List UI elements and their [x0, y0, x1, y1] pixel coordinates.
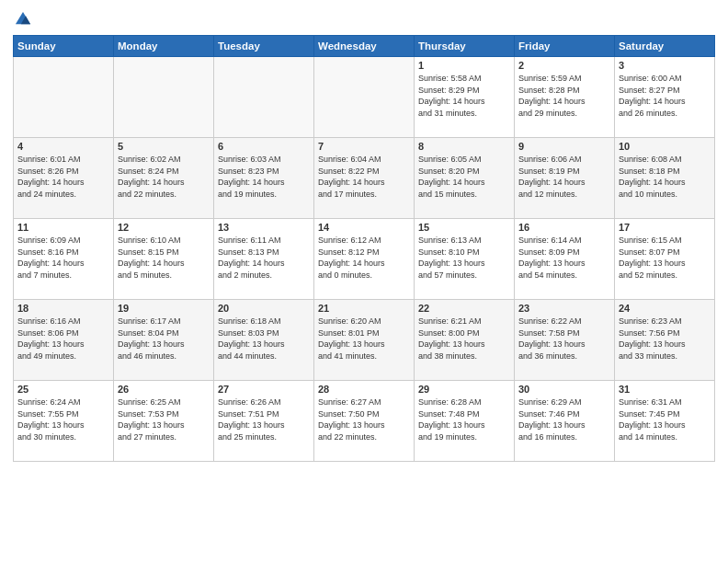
- calendar-cell: 11Sunrise: 6:09 AM Sunset: 8:16 PM Dayli…: [14, 219, 114, 300]
- calendar-cell: [214, 57, 314, 138]
- day-number: 15: [418, 222, 510, 233]
- calendar-week-row: 1Sunrise: 5:58 AM Sunset: 8:29 PM Daylig…: [14, 57, 715, 138]
- weekday-header: Friday: [515, 36, 615, 57]
- day-info: Sunrise: 6:00 AM Sunset: 8:27 PM Dayligh…: [619, 73, 711, 119]
- header: [13, 9, 715, 29]
- calendar-cell: 5Sunrise: 6:02 AM Sunset: 8:24 PM Daylig…: [114, 138, 214, 219]
- day-info: Sunrise: 6:06 AM Sunset: 8:19 PM Dayligh…: [518, 154, 610, 200]
- day-info: Sunrise: 6:18 AM Sunset: 8:03 PM Dayligh…: [218, 316, 310, 362]
- day-number: 23: [518, 303, 610, 314]
- day-info: Sunrise: 6:25 AM Sunset: 7:53 PM Dayligh…: [118, 396, 210, 442]
- day-info: Sunrise: 6:20 AM Sunset: 8:01 PM Dayligh…: [318, 316, 410, 362]
- calendar-cell: 27Sunrise: 6:26 AM Sunset: 7:51 PM Dayli…: [214, 381, 314, 462]
- day-number: 18: [17, 303, 109, 314]
- calendar-week-row: 11Sunrise: 6:09 AM Sunset: 8:16 PM Dayli…: [14, 219, 715, 300]
- calendar-cell: 4Sunrise: 6:01 AM Sunset: 8:26 PM Daylig…: [14, 138, 114, 219]
- day-info: Sunrise: 6:16 AM Sunset: 8:06 PM Dayligh…: [17, 316, 109, 362]
- calendar-cell: 9Sunrise: 6:06 AM Sunset: 8:19 PM Daylig…: [515, 138, 615, 219]
- calendar-cell: 25Sunrise: 6:24 AM Sunset: 7:55 PM Dayli…: [14, 381, 114, 462]
- day-number: 28: [318, 384, 410, 395]
- calendar-body: 1Sunrise: 5:58 AM Sunset: 8:29 PM Daylig…: [14, 57, 715, 462]
- day-number: 9: [518, 141, 610, 152]
- day-number: 31: [619, 384, 711, 395]
- day-info: Sunrise: 6:09 AM Sunset: 8:16 PM Dayligh…: [17, 235, 109, 281]
- day-info: Sunrise: 6:03 AM Sunset: 8:23 PM Dayligh…: [218, 154, 310, 200]
- day-info: Sunrise: 6:21 AM Sunset: 8:00 PM Dayligh…: [418, 316, 510, 362]
- day-number: 14: [318, 222, 410, 233]
- calendar-cell: [14, 57, 114, 138]
- weekday-header: Wednesday: [314, 36, 415, 57]
- calendar-cell: 22Sunrise: 6:21 AM Sunset: 8:00 PM Dayli…: [415, 300, 515, 381]
- calendar-cell: 21Sunrise: 6:20 AM Sunset: 8:01 PM Dayli…: [314, 300, 415, 381]
- day-info: Sunrise: 6:08 AM Sunset: 8:18 PM Dayligh…: [619, 154, 711, 200]
- calendar-cell: 10Sunrise: 6:08 AM Sunset: 8:18 PM Dayli…: [615, 138, 715, 219]
- day-number: 6: [218, 141, 310, 152]
- calendar-week-row: 4Sunrise: 6:01 AM Sunset: 8:26 PM Daylig…: [14, 138, 715, 219]
- day-info: Sunrise: 6:24 AM Sunset: 7:55 PM Dayligh…: [17, 396, 109, 442]
- calendar-table: SundayMondayTuesdayWednesdayThursdayFrid…: [13, 35, 715, 462]
- weekday-header: Monday: [114, 36, 214, 57]
- day-number: 30: [518, 384, 610, 395]
- day-number: 24: [619, 303, 711, 314]
- calendar-cell: 26Sunrise: 6:25 AM Sunset: 7:53 PM Dayli…: [114, 381, 214, 462]
- day-info: Sunrise: 6:28 AM Sunset: 7:48 PM Dayligh…: [418, 396, 510, 442]
- day-number: 21: [318, 303, 410, 314]
- day-number: 17: [619, 222, 711, 233]
- day-number: 8: [418, 141, 510, 152]
- calendar-cell: 31Sunrise: 6:31 AM Sunset: 7:45 PM Dayli…: [615, 381, 715, 462]
- day-number: 29: [418, 384, 510, 395]
- calendar-cell: 28Sunrise: 6:27 AM Sunset: 7:50 PM Dayli…: [314, 381, 415, 462]
- calendar-cell: 16Sunrise: 6:14 AM Sunset: 8:09 PM Dayli…: [515, 219, 615, 300]
- day-info: Sunrise: 6:15 AM Sunset: 8:07 PM Dayligh…: [619, 235, 711, 281]
- calendar-cell: 8Sunrise: 6:05 AM Sunset: 8:20 PM Daylig…: [415, 138, 515, 219]
- calendar-cell: [314, 57, 415, 138]
- calendar-cell: 2Sunrise: 5:59 AM Sunset: 8:28 PM Daylig…: [515, 57, 615, 138]
- calendar-cell: 30Sunrise: 6:29 AM Sunset: 7:46 PM Dayli…: [515, 381, 615, 462]
- calendar-cell: 1Sunrise: 5:58 AM Sunset: 8:29 PM Daylig…: [415, 57, 515, 138]
- logo: [13, 9, 35, 29]
- calendar-cell: 13Sunrise: 6:11 AM Sunset: 8:13 PM Dayli…: [214, 219, 314, 300]
- weekday-header: Sunday: [14, 36, 114, 57]
- day-info: Sunrise: 6:22 AM Sunset: 7:58 PM Dayligh…: [518, 316, 610, 362]
- weekday-header: Thursday: [415, 36, 515, 57]
- day-number: 20: [218, 303, 310, 314]
- day-number: 10: [619, 141, 711, 152]
- day-info: Sunrise: 6:10 AM Sunset: 8:15 PM Dayligh…: [118, 235, 210, 281]
- day-number: 22: [418, 303, 510, 314]
- day-number: 11: [17, 222, 109, 233]
- day-info: Sunrise: 6:29 AM Sunset: 7:46 PM Dayligh…: [518, 396, 610, 442]
- day-info: Sunrise: 6:04 AM Sunset: 8:22 PM Dayligh…: [318, 154, 410, 200]
- calendar-cell: 6Sunrise: 6:03 AM Sunset: 8:23 PM Daylig…: [214, 138, 314, 219]
- day-number: 25: [17, 384, 109, 395]
- day-number: 2: [518, 60, 610, 71]
- day-number: 12: [118, 222, 210, 233]
- day-number: 13: [218, 222, 310, 233]
- day-info: Sunrise: 6:26 AM Sunset: 7:51 PM Dayligh…: [218, 396, 310, 442]
- calendar-cell: 14Sunrise: 6:12 AM Sunset: 8:12 PM Dayli…: [314, 219, 415, 300]
- weekday-row: SundayMondayTuesdayWednesdayThursdayFrid…: [14, 36, 715, 57]
- calendar-cell: 20Sunrise: 6:18 AM Sunset: 8:03 PM Dayli…: [214, 300, 314, 381]
- weekday-header: Saturday: [615, 36, 715, 57]
- calendar-cell: 23Sunrise: 6:22 AM Sunset: 7:58 PM Dayli…: [515, 300, 615, 381]
- day-number: 5: [118, 141, 210, 152]
- calendar-cell: 24Sunrise: 6:23 AM Sunset: 7:56 PM Dayli…: [615, 300, 715, 381]
- day-number: 7: [318, 141, 410, 152]
- day-info: Sunrise: 6:12 AM Sunset: 8:12 PM Dayligh…: [318, 235, 410, 281]
- day-info: Sunrise: 6:05 AM Sunset: 8:20 PM Dayligh…: [418, 154, 510, 200]
- day-info: Sunrise: 5:59 AM Sunset: 8:28 PM Dayligh…: [518, 73, 610, 119]
- calendar-header: SundayMondayTuesdayWednesdayThursdayFrid…: [14, 36, 715, 57]
- day-number: 27: [218, 384, 310, 395]
- page-container: SundayMondayTuesdayWednesdayThursdayFrid…: [0, 0, 728, 563]
- day-info: Sunrise: 6:27 AM Sunset: 7:50 PM Dayligh…: [318, 396, 410, 442]
- day-info: Sunrise: 6:14 AM Sunset: 8:09 PM Dayligh…: [518, 235, 610, 281]
- calendar-week-row: 25Sunrise: 6:24 AM Sunset: 7:55 PM Dayli…: [14, 381, 715, 462]
- weekday-header: Tuesday: [214, 36, 314, 57]
- calendar-cell: [114, 57, 214, 138]
- day-info: Sunrise: 6:01 AM Sunset: 8:26 PM Dayligh…: [17, 154, 109, 200]
- day-number: 1: [418, 60, 510, 71]
- day-info: Sunrise: 6:13 AM Sunset: 8:10 PM Dayligh…: [418, 235, 510, 281]
- day-info: Sunrise: 6:11 AM Sunset: 8:13 PM Dayligh…: [218, 235, 310, 281]
- day-number: 19: [118, 303, 210, 314]
- day-number: 26: [118, 384, 210, 395]
- calendar-cell: 12Sunrise: 6:10 AM Sunset: 8:15 PM Dayli…: [114, 219, 214, 300]
